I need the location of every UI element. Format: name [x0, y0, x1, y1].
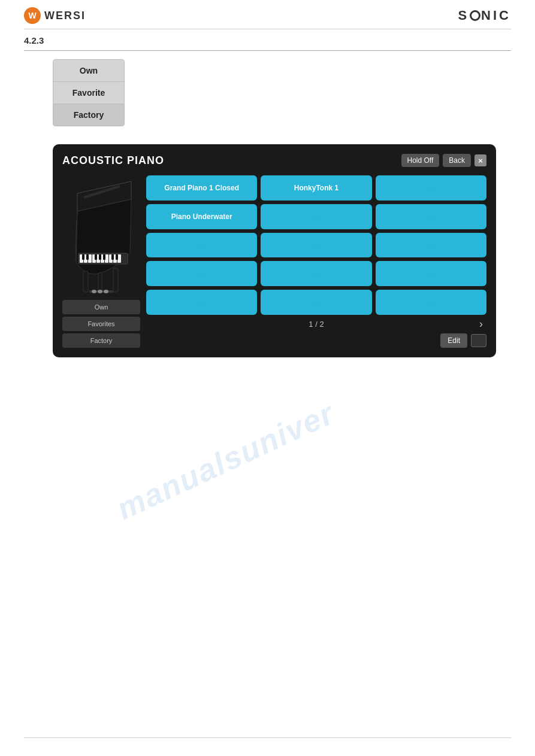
category-buttons: Own Favorites Factory [62, 300, 140, 348]
panel-title: ACOUSTIC PIANO [62, 154, 164, 167]
svg-rect-13 [95, 254, 97, 260]
svg-rect-18 [83, 271, 88, 292]
category-favorites-button[interactable]: Favorites [62, 317, 140, 331]
svg-rect-20 [98, 273, 102, 292]
pagination-row: 1 / 2 › [146, 320, 486, 329]
sound-button-10[interactable]: --- [261, 261, 371, 286]
sound-button-1[interactable]: HonkyTonk 1 [261, 175, 371, 201]
svg-rect-17 [116, 254, 118, 260]
next-page-button[interactable]: › [476, 317, 486, 332]
svg-point-22 [92, 290, 96, 293]
filter-own-button[interactable]: Own [53, 60, 124, 82]
back-button[interactable]: Back [443, 154, 471, 167]
svg-point-24 [104, 290, 108, 293]
sound-button-3[interactable]: Piano Underwater [146, 204, 257, 229]
sonic-logo: SNIC [458, 8, 511, 23]
filter-button-group: Own Favorite Factory [53, 59, 125, 126]
sound-button-9[interactable]: --- [146, 261, 257, 286]
svg-rect-11 [82, 254, 84, 260]
page-header: W WERSI SNIC [0, 0, 535, 29]
hold-off-button[interactable]: Hold Off [401, 154, 440, 167]
sound-button-8[interactable]: --- [376, 233, 486, 258]
sonic-o-icon [470, 10, 480, 21]
svg-rect-19 [113, 268, 118, 292]
svg-rect-16 [111, 254, 114, 260]
piano-image [65, 175, 137, 295]
wersi-logo-icon: W [24, 7, 41, 24]
edit-button[interactable]: Edit [440, 333, 467, 348]
edit-toggle[interactable] [471, 334, 486, 347]
filter-factory-button[interactable]: Factory [53, 104, 124, 126]
footer-divider [24, 737, 511, 738]
section-divider [24, 50, 511, 51]
sound-grid: Grand Piano 1 Closed HonkyTonk 1 --- Pia… [146, 175, 486, 315]
sound-button-5[interactable]: --- [376, 204, 486, 229]
wersi-brand-label: WERSI [44, 10, 86, 22]
edit-row: Edit [146, 333, 486, 348]
sound-button-11[interactable]: --- [376, 261, 486, 286]
wersi-logo: W WERSI [24, 7, 86, 24]
panel-header: ACOUSTIC PIANO Hold Off Back × [62, 154, 486, 167]
svg-rect-12 [86, 254, 89, 260]
panel-right: Grand Piano 1 Closed HonkyTonk 1 --- Pia… [146, 175, 486, 348]
filter-favorite-button[interactable]: Favorite [53, 82, 124, 104]
panel-left: Own Favorites Factory [62, 175, 140, 348]
sound-button-13[interactable]: --- [261, 290, 371, 315]
sound-button-4[interactable]: --- [261, 204, 371, 229]
sound-button-2[interactable]: --- [376, 175, 486, 201]
svg-rect-15 [103, 254, 105, 260]
section-number: 4.2.3 [0, 29, 535, 50]
page-indicator: 1 / 2 [146, 320, 486, 329]
sound-button-6[interactable]: --- [146, 233, 257, 258]
sound-button-7[interactable]: --- [261, 233, 371, 258]
sound-button-12[interactable]: --- [146, 290, 257, 315]
category-own-button[interactable]: Own [62, 300, 140, 314]
instrument-panel: ACOUSTIC PIANO Hold Off Back × [53, 144, 496, 357]
panel-body: Own Favorites Factory Grand Piano 1 Clos… [62, 175, 486, 348]
close-button[interactable]: × [474, 154, 486, 166]
sound-button-0[interactable]: Grand Piano 1 Closed [146, 175, 257, 201]
sound-button-14[interactable]: --- [376, 290, 486, 315]
category-factory-button[interactable]: Factory [62, 333, 140, 348]
watermark-text: manualsuniver [111, 395, 340, 527]
svg-point-23 [98, 290, 102, 293]
svg-rect-14 [99, 254, 101, 260]
panel-controls: Hold Off Back × [401, 154, 487, 167]
